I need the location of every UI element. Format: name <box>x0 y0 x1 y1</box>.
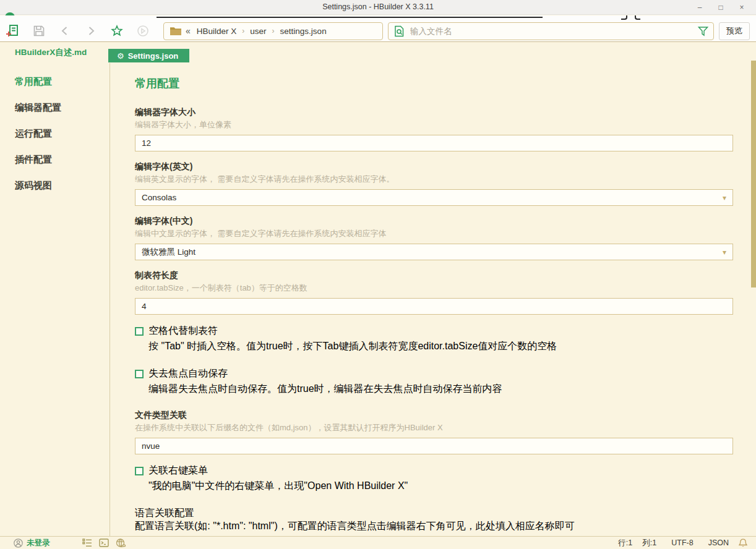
breadcrumb-collapse[interactable]: « <box>186 26 191 36</box>
back-button[interactable] <box>52 22 78 40</box>
field-label: 编辑器字体大小 <box>135 107 733 117</box>
cursor-line-indicator[interactable]: 行:1 <box>618 538 632 548</box>
file-search-icon <box>393 25 405 37</box>
field-editor-font-size: 编辑器字体大小 编辑器字体大小，单位像素 <box>135 107 733 151</box>
maximize-button[interactable]: □ <box>710 0 731 15</box>
breadcrumb-separator: › <box>242 27 244 35</box>
star-icon <box>111 25 123 37</box>
file-search-box <box>388 22 714 40</box>
breadcrumb-item-folder[interactable]: user <box>249 27 267 36</box>
field-label: 编辑字体(中文) <box>135 216 733 226</box>
checkbox-label: 空格代替制表符 <box>148 325 218 338</box>
field-language-association: 语言关联配置 配置语言关联(如: "*.htm": "html")，可配置的语言… <box>135 507 733 536</box>
field-description: 编辑器字体大小，单位像素 <box>135 120 733 130</box>
select-value: 微软雅黑 Light <box>142 247 195 258</box>
breadcrumb-separator: › <box>272 27 275 35</box>
file-association-input[interactable] <box>135 438 733 454</box>
hbuilderx-window: Settings.json - HBuilder X 3.3.11 – □ × <box>0 0 756 549</box>
select-value: Consolas <box>142 193 176 202</box>
autosave-on-blur-row[interactable]: 失去焦点自动保存 <box>135 367 733 380</box>
field-description: editor.tabSize，一个制表符（tab）等于的空格数 <box>135 283 733 293</box>
notification-bell-icon[interactable] <box>739 538 747 548</box>
field-label: 编辑字体(英文) <box>135 161 733 172</box>
login-area[interactable]: 未登录 <box>14 538 50 548</box>
field-label: 制表符长度 <box>135 270 733 281</box>
forward-button[interactable] <box>78 22 104 40</box>
menubar-descender-mark <box>635 15 640 20</box>
sidebar-item-common-config[interactable]: 常用配置 <box>15 77 110 87</box>
run-button[interactable] <box>130 22 156 40</box>
chevron-down-icon: ▾ <box>723 194 726 202</box>
field-description: 编辑器失去焦点时自动保存。值为true时，编辑器在失去焦点时自动保存当前内容 <box>148 383 733 396</box>
sidebar-item-source-view[interactable]: 源码视图 <box>15 181 110 190</box>
field-description: "我的电脑"中文件的右键菜单，出现"Open With HBuilder X" <box>148 480 733 493</box>
sidebar-item-plugin-config[interactable]: 插件配置 <box>15 155 110 164</box>
cursor-column-indicator[interactable]: 列:1 <box>642 538 656 548</box>
field-description: 编辑英文显示的字体， 需要自定义字体请先在操作系统内安装相应字体。 <box>135 174 733 184</box>
preview-button[interactable]: 预览 <box>719 22 750 40</box>
outline-list-icon[interactable] <box>82 538 92 547</box>
editor-font-size-input[interactable] <box>135 135 733 151</box>
window-controls: – □ × <box>689 0 752 15</box>
field-description: 配置语言关联(如: "*.htm": "html")，可配置的语言类型点击编辑器… <box>135 520 733 533</box>
scrollbar-thumb[interactable] <box>751 61 756 287</box>
field-description: 按 "Tab" 时插入空格。值为true时，按下Tab键插入制表符宽度edito… <box>148 340 733 353</box>
statusbar: 未登录 行:1 列:1 UTF-8 JSON <box>0 536 756 549</box>
breadcrumb: « HBuilder X › user › settings.json <box>163 22 383 40</box>
tab-settings-json[interactable]: ⚙ Settings.json <box>108 49 189 62</box>
globe-cloud-icon[interactable] <box>116 538 126 548</box>
autosave-on-blur-checkbox[interactable] <box>135 370 144 378</box>
chevron-down-icon: ▾ <box>723 248 726 257</box>
checkbox-label: 关联右键菜单 <box>148 464 208 477</box>
toolbar: « HBuilder X › user › settings.json 预览 <box>0 20 756 42</box>
breadcrumb-item-file[interactable]: settings.json <box>279 27 328 36</box>
chevron-left-icon <box>59 25 71 36</box>
new-file-icon <box>6 24 20 38</box>
save-icon <box>33 25 45 37</box>
filter-icon[interactable] <box>698 26 708 36</box>
field-spaces-for-tabs: 空格代替制表符 按 "Tab" 时插入空格。值为true时，按下Tab键插入制表… <box>135 325 733 353</box>
encoding-indicator[interactable]: UTF-8 <box>671 538 693 547</box>
main-area: 常用配置 编辑器配置 运行配置 插件配置 源码视图 常用配置 编辑器字体大小 编… <box>0 63 756 536</box>
field-context-menu-association: 关联右键菜单 "我的电脑"中文件的右键菜单，出现"Open With HBuil… <box>135 464 733 493</box>
new-file-button[interactable] <box>0 22 26 40</box>
titlebar: Settings.json - HBuilder X 3.3.11 – □ × <box>0 0 756 15</box>
play-icon <box>137 25 149 37</box>
page-title: 常用配置 <box>135 77 733 90</box>
field-label: 文件类型关联 <box>135 410 733 420</box>
context-menu-association-checkbox[interactable] <box>135 467 144 475</box>
checkbox-label: 失去焦点自动保存 <box>148 367 228 380</box>
terminal-icon[interactable] <box>99 538 109 547</box>
tab-size-input[interactable] <box>135 298 733 315</box>
spaces-for-tabs-checkbox[interactable] <box>135 327 144 336</box>
context-menu-association-row[interactable]: 关联右键菜单 <box>135 464 733 477</box>
menubar-descender-mark <box>621 15 627 20</box>
statusbar-tools <box>82 538 126 548</box>
window-title: Settings.json - HBuilder X 3.3.11 <box>0 2 756 11</box>
clipped-menubar-artifact <box>0 15 756 20</box>
spaces-for-tabs-row[interactable]: 空格代替制表符 <box>135 325 733 338</box>
settings-sidebar: 常用配置 编辑器配置 运行配置 插件配置 源码视图 <box>0 63 110 536</box>
tab-hbuilderx-readme[interactable]: HBuilderX自述.md <box>15 47 108 58</box>
field-autosave-on-blur: 失去焦点自动保存 编辑器失去焦点时自动保存。值为true时，编辑器在失去焦点时自… <box>135 367 733 396</box>
file-search-input[interactable] <box>410 27 698 36</box>
sidebar-item-editor-config[interactable]: 编辑器配置 <box>15 103 110 113</box>
statusbar-info: 行:1 列:1 UTF-8 JSON <box>618 538 747 548</box>
english-font-select[interactable]: Consolas ▾ <box>135 189 733 206</box>
field-editor-font-chinese: 编辑字体(中文) 编辑中文显示的字体， 需要自定义字体请先在操作系统内安装相应字… <box>135 216 733 260</box>
close-button[interactable]: × <box>731 0 752 15</box>
save-button[interactable] <box>26 22 52 40</box>
favorite-button[interactable] <box>104 22 130 40</box>
sidebar-item-run-config[interactable]: 运行配置 <box>15 129 110 138</box>
menubar-text-remnant <box>157 17 543 18</box>
minimize-button[interactable]: – <box>689 0 710 15</box>
login-status-label[interactable]: 未登录 <box>27 538 50 548</box>
chevron-right-icon <box>85 25 97 36</box>
field-file-type-association: 文件类型关联 在操作系统中关联以下后缀名的文件（如md,json），设置其默认打… <box>135 410 733 454</box>
breadcrumb-item-project[interactable]: HBuilder X <box>195 27 238 36</box>
field-tab-size: 制表符长度 editor.tabSize，一个制表符（tab）等于的空格数 <box>135 270 733 315</box>
language-mode-indicator[interactable]: JSON <box>708 538 729 547</box>
field-editor-font-english: 编辑字体(英文) 编辑英文显示的字体， 需要自定义字体请先在操作系统内安装相应字… <box>135 161 733 206</box>
user-avatar-icon <box>14 538 23 548</box>
chinese-font-select[interactable]: 微软雅黑 Light ▾ <box>135 244 733 260</box>
